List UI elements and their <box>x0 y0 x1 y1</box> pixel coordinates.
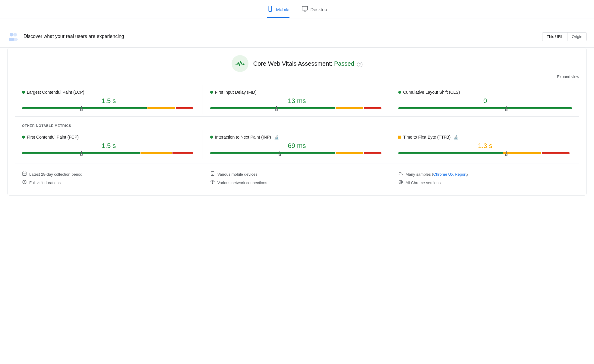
inp-bar <box>210 152 384 154</box>
chrome-icon <box>398 180 403 186</box>
fcp-bar <box>22 152 195 154</box>
desktop-icon <box>302 5 308 14</box>
inp-marker-circle <box>279 154 281 156</box>
lcp-bar-red <box>176 107 193 109</box>
inp-bar-orange <box>336 152 363 154</box>
fid-bar-green <box>210 107 335 109</box>
svg-point-17 <box>212 184 213 184</box>
section-title: Discover what your real users are experi… <box>24 34 124 39</box>
tab-mobile-label: Mobile <box>276 7 289 12</box>
footer-item-duration: Full visit durations <box>22 180 196 186</box>
footer-item-network: Various network connections <box>210 180 384 186</box>
other-metrics-grid: First Contentful Paint (FCP) 1.5 s <box>15 130 579 159</box>
footer-item-devices: Various mobile devices <box>210 171 384 177</box>
mobile-icon <box>267 5 273 14</box>
inp-bar-red <box>364 152 381 154</box>
lcp-bar-green <box>22 107 147 109</box>
fid-bar-orange <box>336 107 363 109</box>
metric-fcp-name: First Contentful Paint (FCP) <box>22 135 195 140</box>
fcp-marker-circle <box>80 154 83 156</box>
footer-item-samples: Many samples (Chrome UX Report) <box>398 171 572 177</box>
cls-value: 0 <box>398 97 572 105</box>
footer-period-text: Latest 28-day collection period <box>29 172 82 177</box>
other-metrics-label: OTHER NOTABLE METRICS <box>15 119 579 127</box>
cls-bar <box>398 107 572 109</box>
fid-value: 13 ms <box>210 97 384 105</box>
metric-cls-name: Cumulative Layout Shift (CLS) <box>398 90 572 95</box>
fcp-link[interactable]: First Contentful Paint (FCP) <box>27 135 79 140</box>
ttfb-bar-orange <box>503 152 542 154</box>
tab-mobile[interactable]: Mobile <box>267 5 289 18</box>
metric-fcp: First Contentful Paint (FCP) 1.5 s <box>15 130 203 159</box>
tab-desktop[interactable]: Desktop <box>302 5 327 18</box>
inp-lab-icon: 🔬 <box>274 135 279 140</box>
metric-cls: Cumulative Layout Shift (CLS) 0 <box>391 85 579 114</box>
cls-status-dot <box>398 91 401 94</box>
ttfb-bar-red <box>542 152 570 154</box>
expand-view[interactable]: Expand view <box>15 74 579 79</box>
fcp-bar-red <box>172 152 193 154</box>
fcp-marker <box>81 151 82 155</box>
inp-bar-green <box>210 152 335 154</box>
ttfb-link[interactable]: Time to First Byte (TTFB) <box>403 135 450 140</box>
inp-value: 69 ms <box>210 142 384 150</box>
chrome-ux-link[interactable]: Chrome UX Report <box>433 172 467 177</box>
core-metrics-grid: Largest Contentful Paint (LCP) 1.5 s <box>15 85 579 114</box>
inp-status-dot <box>210 136 213 139</box>
svg-rect-10 <box>23 172 26 176</box>
footer-chrome-text: All Chrome versions <box>406 180 441 185</box>
lcp-link[interactable]: Largest Contentful Paint (LCP) <box>27 90 84 95</box>
svg-point-8 <box>12 38 18 41</box>
fcp-bar-orange <box>141 152 172 154</box>
fid-marker <box>276 106 277 111</box>
url-toggle: This URL Origin <box>542 32 587 41</box>
timer-icon <box>22 180 27 186</box>
fid-marker-circle <box>275 109 278 111</box>
footer-item-period: Latest 28-day collection period <box>22 171 196 177</box>
mobile-devices-icon <box>210 171 215 177</box>
footer-col-2: Various mobile devices Various network c… <box>203 169 391 188</box>
cwv-title: Core Web Vitals Assessment: Passed ? <box>253 60 363 67</box>
heartbeat-icon <box>235 59 245 68</box>
ttfb-lab-icon: 🔬 <box>453 135 458 140</box>
inp-link[interactable]: Interaction to Next Paint (INP) <box>215 135 271 140</box>
footer-duration-text: Full visit durations <box>29 180 61 185</box>
metric-lcp: Largest Contentful Paint (LCP) 1.5 s <box>15 85 203 114</box>
footer-network-text: Various network connections <box>217 180 267 185</box>
cls-link[interactable]: Cumulative Layout Shift (CLS) <box>403 90 460 95</box>
cls-marker-circle <box>505 109 507 111</box>
lcp-marker-circle <box>80 109 83 111</box>
svg-point-6 <box>13 33 17 36</box>
metric-ttfb: Time to First Byte (TTFB) 🔬 1.3 s <box>391 130 579 159</box>
footer-devices-text: Various mobile devices <box>217 172 258 177</box>
svg-line-24 <box>399 182 400 183</box>
metrics-divider <box>15 116 579 117</box>
fid-status-dot <box>210 91 213 94</box>
lcp-value: 1.5 s <box>22 97 195 105</box>
svg-point-5 <box>10 33 13 36</box>
footer-col-1: Latest 28-day collection period Full vis… <box>15 169 203 188</box>
tab-desktop-label: Desktop <box>311 7 327 12</box>
calendar-icon <box>22 171 27 177</box>
this-url-button[interactable]: This URL <box>542 33 567 41</box>
metric-ttfb-name: Time to First Byte (TTFB) 🔬 <box>398 135 572 140</box>
users-small-icon <box>398 171 403 177</box>
svg-line-23 <box>401 182 402 183</box>
metric-lcp-name: Largest Contentful Paint (LCP) <box>22 90 195 95</box>
cwv-label: Core Web Vitals Assessment: <box>253 60 333 67</box>
ttfb-marker-circle <box>505 154 507 156</box>
svg-rect-2 <box>302 6 307 10</box>
ttfb-bar <box>398 152 572 154</box>
network-icon <box>210 180 215 186</box>
cls-marker <box>506 106 507 111</box>
origin-button[interactable]: Origin <box>567 33 586 41</box>
metric-fid: First Input Delay (FID) 13 ms <box>203 85 391 114</box>
inp-marker <box>280 151 280 155</box>
fid-link[interactable]: First Input Delay (FID) <box>215 90 257 95</box>
metric-inp-name: Interaction to Next Paint (INP) 🔬 <box>210 135 384 140</box>
footer-item-chrome: All Chrome versions <box>398 180 572 186</box>
help-icon[interactable]: ? <box>357 62 362 67</box>
fcp-status-dot <box>22 136 25 139</box>
footer-samples-text: Many samples (Chrome UX Report) <box>406 172 468 177</box>
header-left: Discover what your real users are experi… <box>7 30 124 42</box>
